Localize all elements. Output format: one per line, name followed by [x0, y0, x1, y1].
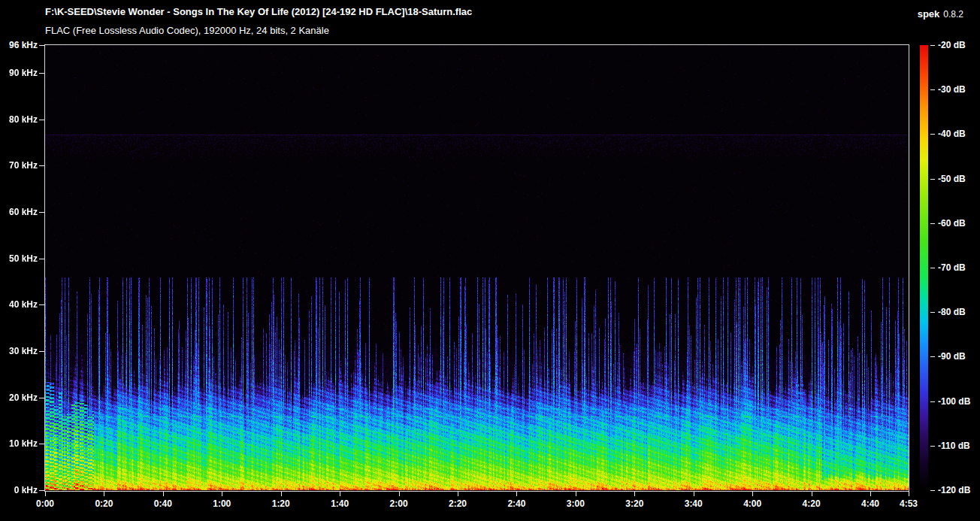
- db-axis-label: -70 dB: [938, 262, 966, 273]
- app-name: spek: [918, 8, 940, 20]
- time-axis-label: 0:00: [25, 498, 65, 509]
- freq-axis-label: 30 kHz: [0, 346, 38, 356]
- time-axis-tick: [340, 492, 340, 496]
- freq-axis-tick: [39, 120, 44, 120]
- time-axis-tick: [281, 492, 282, 496]
- freq-axis-tick: [39, 444, 44, 444]
- db-axis-tick: [930, 356, 935, 357]
- time-axis-tick: [634, 492, 635, 496]
- time-axis-label: 4:20: [791, 498, 832, 509]
- spek-window: F:\K-SEED\Stevie Wonder - Songs In The K…: [0, 0, 980, 521]
- db-axis-label: -20 dB: [938, 40, 966, 50]
- time-axis-label: 3:20: [614, 498, 655, 509]
- freq-axis-label: 10 kHz: [0, 438, 38, 449]
- db-axis-label: -110 dB: [938, 441, 970, 451]
- db-axis-label: -60 dB: [938, 218, 966, 229]
- freq-axis-label: 50 kHz: [0, 253, 38, 264]
- db-axis-tick: [930, 179, 935, 180]
- time-axis-label: 0:20: [83, 498, 124, 509]
- time-axis-label: 4:53: [888, 498, 929, 509]
- time-axis-tick: [458, 492, 458, 496]
- time-axis-tick: [576, 492, 576, 496]
- time-axis-label: 3:00: [555, 498, 596, 509]
- time-axis-label: 4:00: [732, 498, 773, 509]
- db-axis-tick: [930, 268, 935, 268]
- time-axis-tick: [45, 492, 46, 496]
- db-axis-tick: [930, 446, 935, 447]
- time-axis-label: 2:00: [379, 498, 419, 509]
- freq-axis-label: 20 kHz: [0, 392, 38, 403]
- freq-axis-tick: [39, 165, 44, 166]
- time-axis-tick: [163, 492, 164, 496]
- freq-axis-tick: [39, 304, 44, 305]
- time-axis-tick: [516, 492, 517, 496]
- db-axis-tick: [930, 490, 935, 491]
- freq-axis-label: 40 kHz: [0, 299, 38, 310]
- db-axis-label: -100 dB: [938, 396, 970, 407]
- file-path-title: F:\K-SEED\Stevie Wonder - Songs In The K…: [45, 6, 472, 17]
- file-format-info: FLAC (Free Lossless Audio Codec), 192000…: [45, 25, 329, 36]
- time-axis-tick: [752, 492, 753, 496]
- db-axis-label: -50 dB: [938, 174, 966, 184]
- freq-axis-tick: [39, 212, 44, 213]
- db-axis-tick: [930, 45, 935, 46]
- freq-axis-label: 80 kHz: [0, 114, 38, 125]
- freq-axis-label: 70 kHz: [0, 160, 38, 171]
- freq-axis-label: 0 kHz: [0, 485, 38, 495]
- app-version: spek0.8.2: [918, 7, 963, 20]
- db-axis-label: -120 dB: [938, 485, 970, 495]
- db-axis-label: -80 dB: [938, 307, 966, 317]
- colorbar: [920, 45, 928, 490]
- time-axis-label: 2:40: [496, 498, 537, 509]
- freq-axis-tick: [39, 490, 44, 491]
- freq-axis-label: 90 kHz: [0, 68, 38, 78]
- time-axis-tick: [812, 492, 812, 496]
- time-axis-label: 2:20: [437, 498, 478, 509]
- time-axis-label: 0:40: [143, 498, 183, 509]
- time-axis-label: 1:00: [201, 498, 242, 509]
- freq-axis-tick: [39, 398, 44, 398]
- app-version-number: 0.8.2: [943, 9, 963, 20]
- time-axis-tick: [222, 492, 222, 496]
- time-axis-tick: [399, 492, 400, 496]
- time-axis-tick: [909, 492, 909, 496]
- freq-axis-tick: [39, 73, 44, 74]
- time-axis-tick: [694, 492, 694, 496]
- spectrogram-canvas: [45, 45, 909, 490]
- freq-axis-tick: [39, 259, 44, 259]
- db-axis-tick: [930, 312, 935, 313]
- freq-axis-label: 96 kHz: [0, 40, 38, 50]
- time-axis-label: 3:40: [673, 498, 714, 509]
- time-axis-label: 1:20: [261, 498, 301, 509]
- time-axis-tick: [104, 492, 104, 496]
- db-axis-tick: [930, 89, 935, 90]
- time-axis-tick: [870, 492, 871, 496]
- db-axis-label: -90 dB: [938, 351, 966, 362]
- freq-axis-tick: [39, 45, 44, 46]
- db-axis-label: -30 dB: [938, 84, 966, 95]
- freq-axis-tick: [39, 351, 44, 352]
- db-axis-tick: [930, 401, 935, 402]
- db-axis-tick: [930, 134, 935, 135]
- time-axis-label: 1:40: [319, 498, 360, 509]
- freq-axis-label: 60 kHz: [0, 207, 38, 217]
- time-axis-label: 4:40: [850, 498, 891, 509]
- db-axis-tick: [930, 223, 935, 224]
- db-axis-label: -40 dB: [938, 129, 966, 139]
